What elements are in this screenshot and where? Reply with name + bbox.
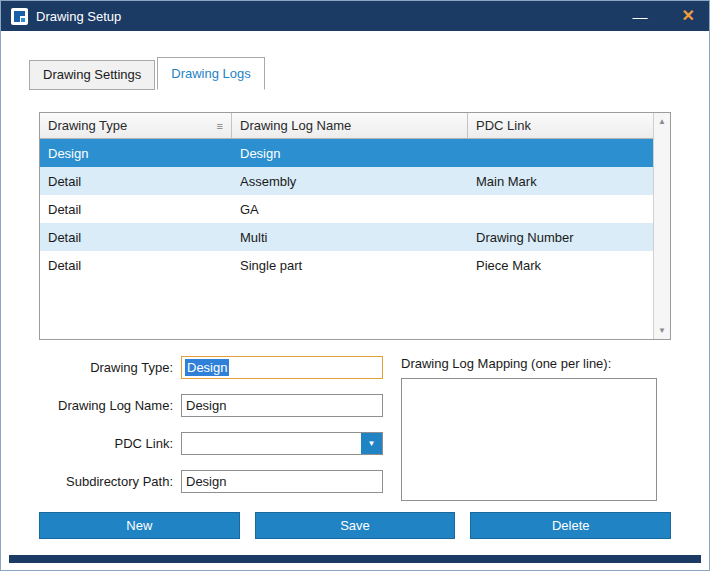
- scrollbar-track[interactable]: [654, 130, 670, 322]
- cell-drawing-type: Detail: [40, 202, 232, 217]
- cell-drawing-log-name: Assembly: [232, 174, 468, 189]
- drawing-type-input[interactable]: Design: [181, 356, 383, 379]
- table-empty-area: [40, 279, 653, 339]
- table-header: Drawing Type ≡ Drawing Log Name PDC Link: [40, 113, 653, 139]
- cell-drawing-log-name: GA: [232, 202, 468, 217]
- column-header-drawing-type[interactable]: Drawing Type ≡: [40, 113, 232, 138]
- new-button[interactable]: New: [39, 512, 240, 539]
- selected-text: Design: [185, 359, 229, 376]
- column-header-pdc-link[interactable]: PDC Link: [468, 113, 653, 138]
- drawing-log-name-label: Drawing Log Name:: [29, 398, 181, 413]
- pdc-link-selected-value: [182, 433, 361, 454]
- table-row[interactable]: Design Design: [40, 139, 653, 167]
- subdirectory-path-label: Subdirectory Path:: [29, 474, 181, 489]
- tab-drawing-settings[interactable]: Drawing Settings: [29, 60, 155, 90]
- column-header-label: Drawing Log Name: [240, 118, 351, 133]
- tab-strip: Drawing Settings Drawing Logs: [29, 57, 681, 90]
- table-row[interactable]: Detail Assembly Main Mark: [40, 167, 653, 195]
- subdirectory-path-row: Subdirectory Path:: [29, 470, 397, 493]
- cell-pdc-link: Main Mark: [468, 174, 653, 189]
- cell-drawing-type: Detail: [40, 174, 232, 189]
- cell-drawing-type: Detail: [40, 230, 232, 245]
- column-header-drawing-log-name[interactable]: Drawing Log Name: [232, 113, 468, 138]
- pdc-link-label: PDC Link:: [29, 436, 181, 451]
- mapping-textarea[interactable]: [401, 378, 657, 501]
- drawing-type-label: Drawing Type:: [29, 360, 181, 375]
- save-button[interactable]: Save: [255, 512, 456, 539]
- column-header-label: Drawing Type: [48, 118, 127, 133]
- mapping-label: Drawing Log Mapping (one per line):: [401, 356, 681, 371]
- bottom-border: [9, 555, 701, 563]
- cell-pdc-link: Drawing Number: [468, 230, 653, 245]
- tab-drawing-logs[interactable]: Drawing Logs: [157, 57, 265, 90]
- cell-drawing-log-name: Single part: [232, 258, 468, 273]
- drawing-type-row: Drawing Type: Design: [29, 356, 397, 379]
- window-title: Drawing Setup: [36, 9, 121, 24]
- form-left-column: Drawing Type: Design Drawing Log Name: P…: [29, 356, 397, 508]
- scroll-up-icon[interactable]: ▲: [654, 113, 670, 130]
- close-button[interactable]: ✕: [678, 6, 699, 26]
- sort-icon: ≡: [217, 120, 223, 132]
- subdirectory-path-input[interactable]: [181, 470, 383, 493]
- drawing-log-name-row: Drawing Log Name:: [29, 394, 397, 417]
- cell-drawing-log-name: Design: [232, 146, 468, 161]
- dialog-body: Drawing Settings Drawing Logs Drawing Ty…: [1, 57, 709, 539]
- cell-drawing-type: Detail: [40, 258, 232, 273]
- minimize-button[interactable]: —: [629, 7, 652, 26]
- action-button-row: New Save Delete: [39, 512, 671, 539]
- table-row[interactable]: Detail GA: [40, 195, 653, 223]
- app-icon: [11, 8, 28, 25]
- pdc-link-row: PDC Link: ▼: [29, 432, 397, 455]
- form-area: Drawing Type: Design Drawing Log Name: P…: [29, 356, 681, 508]
- titlebar: Drawing Setup — ✕: [1, 1, 709, 31]
- column-header-label: PDC Link: [476, 118, 531, 133]
- table-row[interactable]: Detail Single part Piece Mark: [40, 251, 653, 279]
- table-main: Drawing Type ≡ Drawing Log Name PDC Link…: [40, 113, 653, 339]
- drawing-log-name-input[interactable]: [181, 394, 383, 417]
- drawing-setup-dialog: Drawing Setup — ✕ Drawing Settings Drawi…: [0, 0, 710, 571]
- cell-drawing-log-name: Multi: [232, 230, 468, 245]
- vertical-scrollbar[interactable]: ▲ ▼: [653, 113, 670, 339]
- scroll-down-icon[interactable]: ▼: [654, 322, 670, 339]
- table-row[interactable]: Detail Multi Drawing Number: [40, 223, 653, 251]
- pdc-link-dropdown[interactable]: ▼: [181, 432, 383, 455]
- delete-button[interactable]: Delete: [470, 512, 671, 539]
- window-controls: — ✕: [629, 6, 699, 26]
- dropdown-arrow-icon[interactable]: ▼: [361, 433, 382, 454]
- cell-drawing-type: Design: [40, 146, 232, 161]
- drawing-logs-table: Drawing Type ≡ Drawing Log Name PDC Link…: [39, 112, 671, 340]
- form-right-column: Drawing Log Mapping (one per line):: [397, 356, 681, 508]
- cell-pdc-link: Piece Mark: [468, 258, 653, 273]
